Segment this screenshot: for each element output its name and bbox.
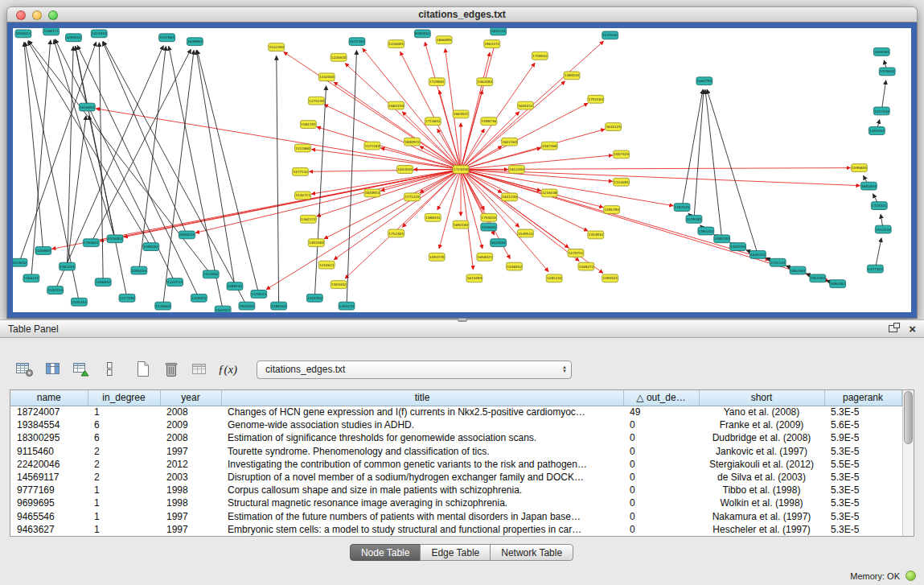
graph-node[interactable]: 1503442 [331,281,347,289]
table-source-combobox[interactable]: citations_edges.txt ▲ ▼ [257,360,572,379]
graph-node[interactable]: 1254611 [318,261,335,269]
graph-node[interactable]: 1226001 [388,40,405,48]
graph-node[interactable]: 1187325 [674,204,690,212]
table-row[interactable]: 1938455462009Genome-wide association stu… [10,418,901,431]
graph-node[interactable]: 1684150 [388,101,405,109]
float-panel-icon[interactable] [889,325,897,332]
graph-node[interactable]: 1281234 [546,274,562,282]
tab-edge-table[interactable]: Edge Table [420,544,491,561]
graph-node[interactable]: 1590402 [143,243,159,251]
tab-network-table[interactable]: Network Table [490,544,573,561]
graph-node[interactable]: 1290034 [66,34,82,42]
graph-node[interactable]: 1639092 [187,38,203,46]
table-row[interactable]: 1872400712008Changes of HCN gene express… [10,406,901,418]
graph-node[interactable]: 1924502 [239,302,255,310]
graph-node[interactable]: 1623061 [491,239,507,247]
graph-node[interactable]: 1512533 [875,225,891,233]
graph-node[interactable]: 1193601 [83,239,99,247]
tab-node-table[interactable]: Node Table [350,544,421,561]
graph-node[interactable]: 1354932 [588,231,604,239]
graph-node[interactable]: 1095154 [131,266,147,274]
graph-node[interactable]: 1092482 [830,280,846,288]
graph-node[interactable]: 1692183 [453,220,469,229]
graph-node[interactable]: 1033042 [13,258,27,266]
graph-node[interactable]: 1658321 [477,253,493,261]
graph-node[interactable]: 1852363 [790,266,806,274]
close-window-icon[interactable] [16,10,26,20]
graph-node[interactable]: 1495793 [604,206,620,214]
graph-node[interactable]: 1526711 [294,192,310,200]
graph-node[interactable]: 1559183 [873,48,889,56]
graph-node[interactable]: 1741125 [770,258,786,266]
graph-node[interactable]: 1633504 [397,166,413,174]
graph-node[interactable]: 1279183 [686,215,702,223]
graph-node[interactable]: 1537061 [159,34,175,42]
graph-node[interactable]: 1419632 [879,68,895,76]
graph-node[interactable]: 1154691 [614,178,630,186]
graph-node[interactable]: 2616004 [79,103,95,111]
graph-node[interactable]: 1244713 [167,278,183,286]
graph-node[interactable]: 1634153 [749,251,766,259]
graph-node[interactable]: 1188171 [43,28,60,35]
graph-node[interactable]: 1538452 [507,262,523,270]
graph-node[interactable]: 1587360 [541,142,557,150]
delete-table-icon[interactable] [159,359,183,380]
graph-node[interactable]: 1604412 [518,101,534,109]
column-header[interactable]: pagerank [824,390,901,406]
graph-node[interactable]: 1613493 [466,274,483,282]
graph-node[interactable]: 1567021 [215,306,231,312]
graph-node[interactable]: 1588341 [425,213,441,221]
column-header[interactable]: title [221,390,623,406]
graph-node[interactable]: 8183041 [414,30,430,38]
graph-node[interactable]: 1133663 [155,302,171,310]
graph-node[interactable]: 1266842 [95,278,111,286]
graph-node[interactable]: 1720341 [871,202,887,210]
graph-node[interactable]: 1822160 [502,138,518,146]
graph-node[interactable]: 1488103 [714,235,730,243]
graph-node[interactable]: 1752401 [388,229,405,237]
graph-node[interactable]: 1830914 [364,189,380,197]
table-row[interactable]: 969969511998Structural magnetic resonanc… [10,496,901,509]
graph-node[interactable]: 1362172 [300,215,316,223]
graph-node[interactable]: 1924504 [810,274,826,282]
graph-node[interactable]: 1549512 [518,229,534,237]
graph-node[interactable]: 1755183 [588,95,604,103]
column-header[interactable]: △ out_de… [623,390,699,406]
scrollbar-thumb[interactable] [904,391,913,444]
graph-node[interactable]: 1800972 [405,138,421,146]
graph-node[interactable]: 2516004 [107,235,123,243]
graph-node[interactable]: 1270751 [568,249,584,257]
graph-node[interactable]: 1771225 [405,193,421,201]
graph-node[interactable]: 1812304 [509,166,525,174]
graph-node[interactable]: 1344154 [47,286,64,295]
merge-table-icon[interactable] [187,359,211,380]
graph-node[interactable]: 1455213 [339,302,355,310]
graph-node[interactable]: 1377193 [119,294,135,302]
graph-node[interactable]: 1522350 [269,43,285,51]
network-canvas[interactable]: 1724050181230416412301755010169218315883… [13,28,911,312]
graph-node[interactable]: 1520194 [730,243,746,251]
graph-node[interactable]: 1394021 [602,274,618,282]
table-row[interactable]: 1456911722003Disruption of a novel membe… [10,471,901,484]
graph-node[interactable]: 1571183 [364,142,380,150]
graph-node[interactable]: 1403384 [308,239,324,247]
function-builder-icon[interactable]: ƒ(x) [216,359,240,380]
panel-resize-handle[interactable] [458,318,467,322]
minimize-window-icon[interactable] [32,10,42,20]
column-header[interactable]: in_degree [88,390,160,406]
graph-node[interactable]: 1344702 [306,294,322,302]
graph-node[interactable]: 1040613 [15,30,31,38]
citation-network-graph[interactable]: 1724050181230416412301755010169218315883… [13,28,911,312]
graph-node[interactable]: 1288163 [271,302,287,310]
show-columns-icon[interactable] [41,359,65,380]
graph-node[interactable]: 1481201 [60,262,76,270]
graph-node[interactable]: 2060533 [179,231,195,239]
graph-node[interactable]: 1088142 [227,282,243,290]
graph-node[interactable]: 1961372 [484,40,500,48]
graph-node[interactable]: 1595804 [852,164,868,172]
window-titlebar[interactable]: citations_edges.txt [6,6,918,23]
table-row[interactable]: 946362711997Embryonic stem cells: a mode… [10,523,901,536]
table-scrollbar[interactable] [902,390,914,536]
graph-node[interactable]: 1724050 [453,166,469,174]
graph-node[interactable]: 1681834 [860,182,877,190]
